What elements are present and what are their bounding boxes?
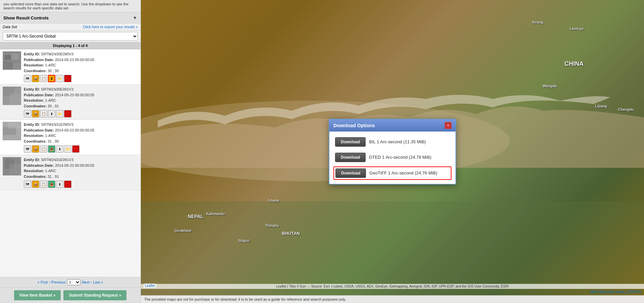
export-link[interactable]: Click here to export your results » — [83, 25, 138, 29]
footprint-btn-2[interactable]: 🗺 — [24, 110, 31, 117]
result-actions-1: 🗺 📦 📋 ⬇ 📁 🚫 — [24, 75, 138, 82]
svg-rect-13 — [9, 164, 21, 175]
download-dted-button[interactable]: Download — [335, 153, 366, 162]
modal-title: Download Options — [333, 123, 375, 128]
result-thumb-4 — [3, 157, 21, 175]
next-page-link[interactable]: Next › — [82, 280, 92, 284]
metadata-btn-2[interactable]: 📋 — [40, 110, 47, 117]
download-btn-2[interactable]: ⬇ — [48, 110, 55, 117]
bulk-btn-2[interactable]: 📁 — [56, 110, 63, 117]
metadata-btn-3[interactable]: 📋 — [40, 145, 47, 153]
download-bil-label: BIL 1 Arc-second (11.35 MiB) — [369, 139, 426, 144]
leaflet-badge: Leaflet — [144, 284, 156, 288]
view-basket-button[interactable]: View Item Basket » — [14, 290, 61, 300]
download-alt-btn-3[interactable]: 📥 — [48, 145, 55, 153]
list-item: Entity ID: SRTM1N30E091V3 Publication Da… — [0, 85, 141, 120]
first-page-link[interactable]: « First — [38, 280, 48, 284]
bottom-buttons: View Item Basket » Submit Standing Reque… — [0, 287, 141, 303]
list-item: Entity ID: SRTM1N31E090V3 Publication Da… — [0, 120, 141, 155]
order-btn-1[interactable]: 📦 — [32, 75, 39, 82]
download-btn-4[interactable]: ⬇ — [56, 181, 63, 188]
exclude-btn-3[interactable]: 🚫 — [72, 145, 79, 153]
dataset-row: Data Set Click here to export your resul… — [0, 23, 141, 31]
download-alt-btn-4[interactable]: 📥 — [48, 181, 55, 188]
order-btn-3[interactable]: 📦 — [32, 145, 39, 153]
map-attribution: Leaflet | Tiles © Esri — Source: Esri, I… — [141, 284, 644, 289]
exclude-btn-1[interactable]: 🚫 — [64, 75, 71, 82]
displaying-bar: Displaying 1 - 4 of 4 — [0, 42, 141, 49]
results-list: Entity ID: SRTM1N30E090V3 Publication Da… — [0, 49, 141, 277]
result-thumb-3 — [3, 122, 21, 140]
svg-rect-10 — [8, 122, 21, 129]
coords-1: Coordinates: 30 , 90 — [24, 68, 138, 74]
result-info-1: Entity ID: SRTM1N30E090V3 Publication Da… — [24, 51, 138, 82]
map-area: CHINA NEPAL BHUTAN Lhasa Kathmandu Thimp… — [141, 0, 644, 303]
metadata-btn-1[interactable]: 📋 — [40, 75, 47, 82]
svg-rect-2 — [11, 53, 19, 60]
dataset-select-wrapper: SRTM 1 Arc-Second Global — [0, 31, 141, 42]
modal-close-button[interactable]: × — [445, 122, 451, 129]
last-page-link[interactable]: Last » — [93, 280, 103, 284]
entity-id-1: Entity ID: SRTM1N30E090V3 — [24, 51, 138, 57]
pagination-bar: « First ‹ Previous 1 Next › Last » — [0, 277, 141, 287]
order-btn-2[interactable]: 📦 — [32, 110, 39, 117]
exclude-btn-4[interactable]: 🚫 — [64, 181, 71, 188]
download-row-0: Download BIL 1 Arc-second (11.35 MiB) — [333, 136, 451, 148]
download-options-modal: Download Options × Download BIL 1 Arc-se… — [329, 119, 456, 185]
page-select[interactable]: 1 — [67, 279, 80, 285]
result-thumb-2 — [3, 87, 21, 105]
modal-header: Download Options × — [329, 119, 455, 132]
resolution-1: Resolution: 1-ARC — [24, 62, 138, 68]
list-item: Entity ID: SRTM1N31E091V3 Publication Da… — [0, 155, 141, 190]
result-info-2: Entity ID: SRTM1N30E091V3 Publication Da… — [24, 87, 138, 117]
list-item: Entity ID: SRTM1N30E090V3 Publication Da… — [0, 49, 141, 85]
show-result-controls-arrow: ▼ — [132, 15, 137, 20]
download-row-2: Download GeoTIFF 1 Arc-second (24.76 MiB… — [333, 166, 451, 180]
result-actions-3: 🗺 📦 📋 📥 ⬇ 📁 🚫 — [24, 145, 138, 153]
download-geotiff-label: GeoTIFF 1 Arc-second (24.76 MiB) — [369, 170, 437, 175]
footprint-btn-4[interactable]: 🗺 — [24, 181, 31, 188]
dataset-label: Data Set — [3, 25, 17, 29]
download-bil-button[interactable]: Download — [335, 137, 366, 147]
show-result-controls-label: Show Result Controls — [3, 15, 49, 20]
url-bar: https://blog.csdn.net/qq_22640323 — [590, 290, 641, 294]
map-notice: The provided maps are not for purchase o… — [141, 295, 644, 303]
footprint-btn-3[interactable]: 🗺 — [24, 145, 31, 153]
download-geotiff-button[interactable]: Download — [335, 168, 366, 178]
bulk-btn-1[interactable]: 📁 — [56, 75, 63, 82]
svg-rect-4 — [13, 63, 21, 69]
order-btn-4[interactable]: 📦 — [32, 181, 39, 188]
result-actions-2: 🗺 📦 📋 ⬇ 📁 🚫 — [24, 110, 138, 117]
result-actions-4: 🗺 📦 📋 📥 ⬇ 🚫 — [24, 181, 138, 188]
result-thumb-1 — [3, 51, 21, 70]
top-notice: you selected more than one data set to s… — [0, 0, 141, 12]
download-row-1: Download DTED 1 Arc-second (24.78 MiB) — [333, 151, 451, 164]
download-dted-label: DTED 1 Arc-second (24.78 MiB) — [369, 155, 431, 160]
dataset-select[interactable]: SRTM 1 Arc-Second Global — [3, 32, 138, 41]
left-panel: you selected more than one data set to s… — [0, 0, 141, 303]
svg-rect-7 — [9, 93, 21, 105]
modal-body: Download BIL 1 Arc-second (11.35 MiB) Do… — [329, 132, 455, 184]
metadata-btn-4[interactable]: 📋 — [40, 181, 47, 188]
svg-rect-3 — [3, 61, 13, 69]
svg-rect-1 — [5, 55, 11, 60]
result-info-4: Entity ID: SRTM1N31E091V3 Publication Da… — [24, 157, 138, 188]
pub-date-1: Publication Date: 2014-09-23 00:00:00:05 — [24, 57, 138, 63]
bulk-btn-3[interactable]: 📁 — [64, 145, 71, 153]
result-info-3: Entity ID: SRTM1N31E090V3 Publication Da… — [24, 122, 138, 153]
prev-page-link[interactable]: ‹ Previous — [49, 280, 66, 284]
show-result-controls[interactable]: Show Result Controls ▼ — [0, 12, 141, 23]
footprint-btn-1[interactable]: 🗺 — [24, 75, 31, 82]
exclude-btn-2[interactable]: 🚫 — [64, 110, 71, 117]
download-btn-3[interactable]: ⬇ — [56, 145, 63, 153]
download-btn-1[interactable]: ⬇ — [48, 75, 55, 82]
submit-standing-button[interactable]: Submit Standing Request » — [63, 290, 126, 300]
